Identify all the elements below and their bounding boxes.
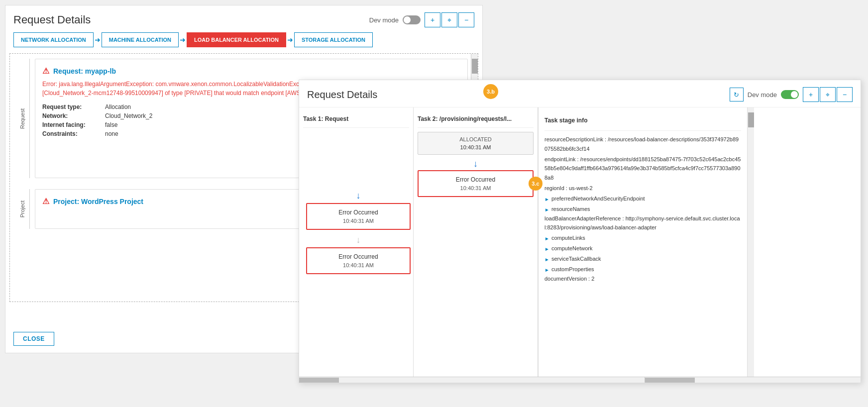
- request-title-link[interactable]: Request: myapp-lb: [53, 67, 116, 75]
- task-h-scrollbar-thumb: [299, 378, 339, 383]
- overlay-zoom-out-button[interactable]: −: [837, 87, 853, 102]
- expand-label-1: preferredNetworkAndSecurityEndpoint: [551, 194, 645, 204]
- expand-item-4[interactable]: ► computeNetwork: [544, 244, 741, 253]
- stage-arrow-3: ➜: [286, 36, 294, 44]
- stage-arrow-1: ➜: [94, 36, 102, 44]
- expand-label-2: resourceNames: [551, 204, 590, 214]
- task1-arrow-1: ↓: [306, 191, 411, 201]
- expand-item-5[interactable]: ► serviceTaskCallback: [544, 254, 741, 264]
- expand-label-4: computeNetwork: [551, 244, 593, 253]
- task-h-scrollbar[interactable]: [299, 377, 645, 383]
- arrow-down-1: ↓: [418, 159, 534, 169]
- constraints-label: Constraints:: [42, 130, 97, 137]
- error-node-1: Error Occurred 10:40:31 AM 3.c: [418, 170, 534, 197]
- overlay-body: Task 1: Request Task 2: /provisioning/re…: [299, 107, 861, 377]
- top-node: ALLOCATED 10:40:31 AM: [418, 132, 534, 155]
- request-label-container: Request: [15, 59, 30, 178]
- error-node1-label: Error Occurred: [425, 176, 527, 183]
- overlay-header: Request Details ↻ Dev mode + ⌖ −: [299, 80, 861, 107]
- project-label-container: Project: [15, 189, 30, 229]
- zoom-in-button[interactable]: +: [425, 12, 440, 27]
- close-button[interactable]: CLOSE: [13, 332, 54, 346]
- request-type-label: Request type:: [42, 103, 97, 110]
- overlay-panel: Request Details ↻ Dev mode + ⌖ − Task 1:…: [299, 80, 861, 383]
- error-node2-label: Error Occurred: [313, 209, 404, 216]
- task2-column: Task 2: /provisioning/requests/l... ALLO…: [414, 107, 538, 377]
- task-info-header: Task stage info: [544, 112, 741, 131]
- task1-arrow-2: ↓: [306, 235, 411, 245]
- info-h-scrollbar-thumb: [645, 378, 695, 383]
- stage-storage-allocation[interactable]: STORAGE ALLOCATION: [294, 32, 373, 47]
- stage-lb-allocation[interactable]: LOAD BALANCER ALLOCATION: [187, 32, 286, 47]
- error-node-2: Error Occurred 10:40:31 AM: [306, 203, 411, 230]
- overlay-v-scrollbar-thumb: [748, 112, 754, 127]
- expand-arrow-6: ►: [544, 266, 549, 274]
- request-card-title: ⚠ Request: myapp-lb: [42, 66, 460, 76]
- expand-item-6[interactable]: ► customProperties: [544, 265, 741, 274]
- error-node3-time: 10:40:31 AM: [313, 262, 404, 268]
- error-icon-project: ⚠: [42, 197, 49, 206]
- dev-mode-label: Dev mode: [369, 16, 399, 24]
- expand-label-3: computeLinks: [551, 233, 585, 243]
- zoom-fit-button[interactable]: ⌖: [441, 12, 457, 27]
- h-scroll-area: [299, 377, 861, 383]
- overlay-dev-mode-toggle[interactable]: [781, 90, 799, 99]
- error-node-3: Error Occurred 10:40:31 AM: [306, 247, 411, 274]
- network-label: Network:: [42, 112, 97, 119]
- corner-spacer: [854, 377, 861, 383]
- zoom-buttons: + ⌖ −: [425, 12, 474, 27]
- overlay-dev-mode-label: Dev mode: [748, 91, 777, 99]
- expand-arrow-1: ►: [544, 195, 549, 204]
- page-wrapper: Request Details Dev mode + ⌖ − NETWORK A…: [0, 0, 868, 407]
- overlay-zoom-in-button[interactable]: +: [803, 87, 819, 102]
- stage-network-allocation[interactable]: NETWORK ALLOCATION: [13, 32, 94, 47]
- overlay-dev-mode-area: ↻ Dev mode + ⌖ −: [730, 87, 853, 102]
- expand-arrow-2: ►: [544, 205, 549, 214]
- top-node-time: 10:40:31 AM: [424, 144, 527, 150]
- overlay-v-scrollbar[interactable]: [747, 107, 754, 377]
- task1-header: Task 1: Request: [303, 112, 409, 128]
- request-type-value: Allocation: [105, 103, 131, 110]
- request-section-label: Request: [19, 108, 25, 129]
- expand-item-3[interactable]: ► computeLinks: [544, 233, 741, 243]
- expand-item-2[interactable]: ► resourceNames: [544, 204, 741, 214]
- outer-title: Request Details: [13, 13, 91, 26]
- project-title-link[interactable]: Project: WordPress Project: [53, 198, 143, 205]
- expand-item-1[interactable]: ► preferredNetworkAndSecurityEndpoint: [544, 194, 741, 204]
- overlay-zoom-fit-button[interactable]: ⌖: [820, 87, 836, 102]
- badge-3c: 3.c: [529, 177, 542, 191]
- internet-facing-label: Internet facing:: [42, 121, 97, 128]
- info-line2: endpointLink : /resources/endpoints/dd18…: [544, 155, 741, 183]
- dev-mode-area: Dev mode + ⌖ −: [369, 12, 474, 27]
- expand-arrow-5: ►: [544, 255, 549, 264]
- top-node-label: ALLOCATED: [424, 136, 527, 142]
- error-node1-time: 10:40:31 AM: [425, 185, 527, 191]
- zoom-out-button[interactable]: −: [458, 12, 474, 27]
- error-icon-request: ⚠: [42, 66, 49, 76]
- overlay-zoom-buttons: + ⌖ −: [803, 87, 853, 102]
- stage-arrow-2: ➜: [179, 36, 187, 44]
- info-doc-version: documentVersion : 2: [544, 274, 741, 284]
- expand-arrow-4: ►: [544, 245, 549, 253]
- error-node2-time: 10:40:31 AM: [313, 218, 404, 224]
- expand-arrow-3: ►: [544, 234, 549, 243]
- info-h-scrollbar[interactable]: [645, 377, 854, 383]
- error-node3-label: Error Occurred: [313, 253, 404, 260]
- info-line1: resourceDescriptionLink : /resources/loa…: [544, 135, 741, 153]
- task1-nodes: ↓ Error Occurred 10:40:31 AM ↓ Error Occ…: [306, 190, 411, 279]
- task2-header: Task 2: /provisioning/requests/l...: [418, 112, 534, 128]
- project-section-label: Project: [19, 201, 25, 217]
- info-line3: regionId : us-west-2: [544, 184, 741, 193]
- stage-machine-allocation[interactable]: MACHINE ALLOCATION: [102, 32, 179, 47]
- network-value: Cloud_Network_2: [105, 112, 152, 119]
- expand-label-6: customProperties: [551, 265, 594, 274]
- outer-header: Request Details Dev mode + ⌖ −: [5, 5, 482, 32]
- constraints-value: none: [105, 130, 118, 137]
- overlay-refresh-button[interactable]: ↻: [730, 88, 744, 102]
- expand-label-5: serviceTaskCallback: [551, 254, 601, 264]
- dev-mode-toggle[interactable]: [403, 15, 421, 24]
- task-info-column: Task stage info resourceDescriptionLink …: [538, 107, 747, 377]
- badge-3b: 3.b: [483, 84, 498, 99]
- internet-facing-value: false: [105, 121, 117, 128]
- overlay-title: Request Details: [307, 89, 377, 101]
